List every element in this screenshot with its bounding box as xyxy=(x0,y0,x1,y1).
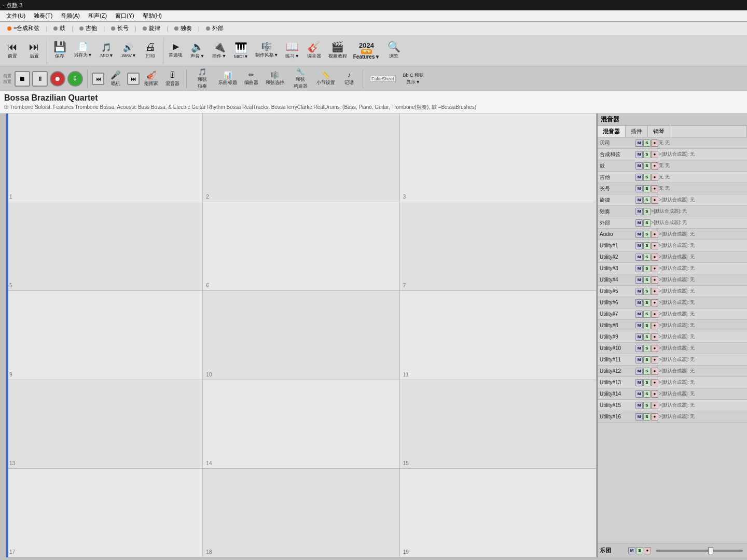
menu-help[interactable]: 帮助(H) xyxy=(139,11,166,21)
mixer-btn-●-23[interactable]: ● xyxy=(651,390,658,398)
mixer-btn-m-20[interactable]: M xyxy=(635,356,643,363)
mixer-btn-m-19[interactable]: M xyxy=(635,345,643,352)
prev-button[interactable]: ⏮ 前置 xyxy=(2,37,23,65)
fastforward-button[interactable]: ⏭ xyxy=(127,73,140,85)
mixer-btn-s-19[interactable]: S xyxy=(643,345,651,352)
measure-cell-14[interactable]: 14 xyxy=(203,380,399,469)
measure-cell-13[interactable]: 13 xyxy=(6,380,203,469)
mixer-btn-s-25[interactable]: S xyxy=(643,413,651,421)
mid-button[interactable]: 🎵 .MID▼ xyxy=(96,37,117,65)
tab-heyin[interactable]: =合成和弦 xyxy=(2,23,45,33)
mixer-btn-s-24[interactable]: S xyxy=(643,402,651,409)
mixer-bottom-r-btn[interactable]: ● xyxy=(644,547,651,554)
video-button[interactable]: 🎬 视频教程 xyxy=(326,37,350,65)
menu-window[interactable]: 窗口(Y) xyxy=(111,11,139,21)
plugin-button[interactable]: 🔌 插件▼ xyxy=(209,37,230,65)
mixer-btn-m-10[interactable]: M xyxy=(635,242,643,249)
mixer-btn-s-16[interactable]: S xyxy=(643,311,651,318)
next-button[interactable]: ⏭ 后置 xyxy=(24,37,45,65)
mixer-btn-●-22[interactable]: ● xyxy=(651,379,658,386)
mixer-btn-●-5[interactable]: ● xyxy=(651,185,658,192)
fakesheet-button[interactable]: FakeSheet xyxy=(367,68,398,89)
mixer-btn-s-14[interactable]: S xyxy=(643,288,651,295)
mixer-btn-s-21[interactable]: S xyxy=(643,368,651,375)
measure-cell-7[interactable]: 7 xyxy=(400,202,597,291)
mixer-btn-m-15[interactable]: M xyxy=(635,299,643,306)
tab-external[interactable]: 外部 xyxy=(201,23,229,33)
conductor-button[interactable]: 🎻 指挥家 xyxy=(142,68,161,89)
measure-cell-15[interactable]: 15 xyxy=(400,380,597,469)
barset-button[interactable]: 📏 小节设置 xyxy=(314,68,338,89)
measure-cell-10[interactable]: 10 xyxy=(203,291,399,380)
mixer-btn-●-2[interactable]: ● xyxy=(651,151,658,158)
mixer-btn-●-24[interactable]: ● xyxy=(651,402,658,409)
mixer-btn-●-3[interactable]: ● xyxy=(651,162,658,170)
measure-cell-19[interactable]: 19 xyxy=(400,469,597,557)
mixer-btn-m-25[interactable]: M xyxy=(635,413,643,421)
mixer-btn-s-8[interactable]: S xyxy=(643,219,651,227)
mixer-btn-●-20[interactable]: ● xyxy=(651,356,658,363)
mixer-btn-m-13[interactable]: M xyxy=(635,276,643,284)
browse-button[interactable]: 🔍 浏览 xyxy=(383,37,404,65)
mixer-bottom-m-btn[interactable]: M xyxy=(628,547,635,554)
mixer-btn-●-14[interactable]: ● xyxy=(651,288,658,295)
tab-jiita[interactable]: 吉他 xyxy=(74,23,102,33)
print-button[interactable]: 🖨 打印 xyxy=(140,37,161,65)
pause-button[interactable]: ⏸ xyxy=(32,71,48,87)
mixer-btn-s-22[interactable]: S xyxy=(643,379,651,386)
mixer-btn-m-8[interactable]: M xyxy=(635,219,643,227)
mixer-btn-●-19[interactable]: ● xyxy=(651,345,658,352)
chords-button[interactable]: 🎼 和弦选持 xyxy=(263,68,287,89)
chord-display-button[interactable]: Bb C 和弦显示▼ xyxy=(400,68,427,89)
menu-solo[interactable]: 独奏(T) xyxy=(30,11,57,21)
mixer-tab-extra[interactable] xyxy=(670,126,747,137)
mixer-btn-s-10[interactable]: S xyxy=(643,242,651,249)
mixer-btn-●-12[interactable]: ● xyxy=(651,265,658,272)
mixer-tab-mixer[interactable]: 混音器 xyxy=(598,126,626,137)
piano-roll-area[interactable]: 1 2 3 5 6 7 9 10 xyxy=(6,114,597,557)
mixer-btn-m-23[interactable]: M xyxy=(635,390,643,398)
mixer-btn-m-6[interactable]: M xyxy=(635,197,643,204)
mixer-tab-plugin[interactable]: 插件 xyxy=(626,126,648,137)
mixer2-button[interactable]: 🎚 混音器 xyxy=(163,68,182,89)
mixer-btn-s-13[interactable]: S xyxy=(643,276,651,284)
mixer-btn-s-23[interactable]: S xyxy=(643,390,651,398)
measure-cell-17[interactable]: 17 xyxy=(6,469,203,557)
firstsel-button[interactable]: ▶ 首选项 xyxy=(165,37,186,65)
mixer-btn-s-1[interactable]: S xyxy=(643,139,651,147)
practice-button[interactable]: 📖 练习▼ xyxy=(282,37,303,65)
tab-solo[interactable]: 独奏 xyxy=(169,23,197,33)
mixer-tab-piano[interactable]: 钢琴 xyxy=(648,126,670,137)
menu-audio[interactable]: 音频(A) xyxy=(57,11,84,21)
mixer-bottom-slider[interactable] xyxy=(656,550,743,552)
mixer-btn-m-7[interactable]: M xyxy=(635,208,643,215)
mixer-btn-●-21[interactable]: ● xyxy=(651,368,658,375)
mixer-btn-●-9[interactable]: ● xyxy=(651,231,658,238)
mixer-btn-m-21[interactable]: M xyxy=(635,368,643,375)
mixer-btn-m-24[interactable]: M xyxy=(635,402,643,409)
measure-cell-6[interactable]: 6 xyxy=(203,202,399,291)
midi-button[interactable]: 🎹 MIDI▼ xyxy=(231,37,252,65)
notation-button[interactable]: ♪ 记谱 xyxy=(340,68,358,89)
singer-button[interactable]: 🎤 唱机 xyxy=(106,68,125,89)
mixer-btn-s-2[interactable]: S xyxy=(643,151,651,158)
measure-cell-11[interactable]: 11 xyxy=(400,291,597,380)
chart-button[interactable]: 📊 乐曲标题 xyxy=(216,68,240,89)
mixer-btn-m-17[interactable]: M xyxy=(635,322,643,329)
mixer-btn-m-22[interactable]: M xyxy=(635,379,643,386)
mixer-btn-m-4[interactable]: M xyxy=(635,174,643,181)
tuner-button[interactable]: 🎸 调音器 xyxy=(304,37,325,65)
saveas-button[interactable]: 📄 另存为▼ xyxy=(71,37,95,65)
mixer-btn-m-2[interactable]: M xyxy=(635,151,643,158)
tab-melody[interactable]: 旋律 xyxy=(137,23,165,33)
record-audio-button[interactable]: 🎙 xyxy=(67,71,83,87)
menu-file[interactable]: 文件(U) xyxy=(2,11,30,21)
mixer-btn-s-4[interactable]: S xyxy=(643,174,651,181)
mixer-btn-●-1[interactable]: ● xyxy=(651,139,658,147)
mixer-btn-s-15[interactable]: S xyxy=(643,299,651,306)
measure-cell-1[interactable]: 1 xyxy=(6,114,203,202)
mixer-btn-s-12[interactable]: S xyxy=(643,265,651,272)
mixer-btn-m-14[interactable]: M xyxy=(635,288,643,295)
mixer-slider-thumb[interactable] xyxy=(708,547,713,554)
mixer-btn-m-9[interactable]: M xyxy=(635,231,643,238)
